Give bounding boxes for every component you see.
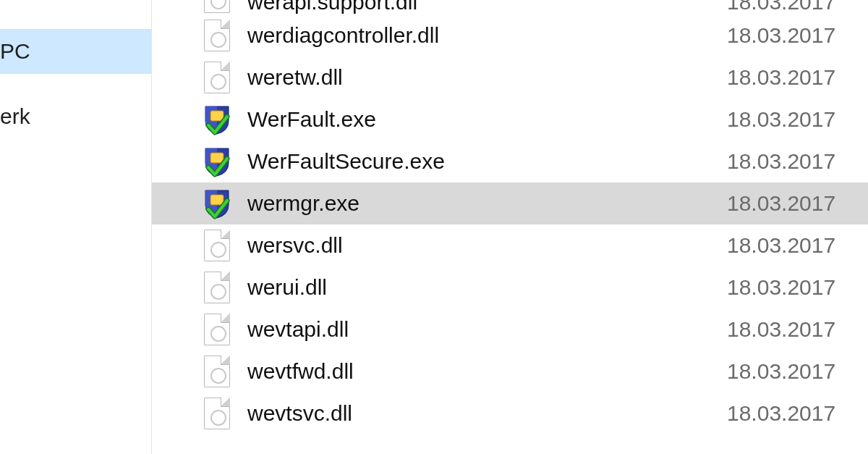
file-name: wevtapi.dll [247, 317, 727, 342]
file-name: weretw.dll [247, 65, 727, 90]
file-date: 18.03.2017 [727, 233, 868, 258]
file-row[interactable]: wevtfwd.dll18.03.2017 [203, 350, 868, 392]
file-list: werapi.support.dll18.03.2017 werdiagcont… [152, 0, 868, 454]
file-row[interactable]: wevtsvc.dll18.03.2017 [203, 392, 868, 434]
file-date: 18.03.2017 [727, 275, 868, 300]
file-row[interactable]: WerFault.exe18.03.2017 [203, 98, 868, 140]
svg-rect-2 [210, 195, 224, 205]
dll-file-icon [203, 60, 231, 95]
file-row[interactable]: WerFaultSecure.exe18.03.2017 [203, 140, 868, 182]
file-row[interactable]: wevtapi.dll18.03.2017 [203, 308, 868, 350]
file-name: wersvc.dll [247, 233, 727, 258]
file-name: werdiagcontroller.dll [247, 23, 727, 48]
explorer-window: PC erk werapi.support.dll18.03.2017 werd… [0, 0, 868, 454]
file-name: WerFaultSecure.exe [247, 149, 727, 174]
dll-file-icon [203, 228, 231, 263]
file-row[interactable]: werdiagcontroller.dll18.03.2017 [203, 14, 868, 56]
file-name: WerFault.exe [247, 107, 727, 132]
file-name: wevtsvc.dll [247, 401, 727, 426]
file-date: 18.03.2017 [727, 149, 868, 174]
dll-file-icon [203, 0, 231, 14]
sidebar-item-label: PC [0, 39, 30, 64]
file-date: 18.03.2017 [727, 191, 868, 216]
exe-file-icon [203, 144, 231, 179]
file-row[interactable]: weretw.dll18.03.2017 [203, 56, 868, 98]
navigation-pane: PC erk [0, 0, 152, 454]
dll-file-icon [203, 396, 231, 431]
exe-file-icon [203, 102, 231, 137]
sidebar-item-network[interactable]: erk [0, 94, 151, 139]
dll-file-icon [203, 354, 231, 389]
file-row[interactable]: wersvc.dll18.03.2017 [203, 224, 868, 266]
file-name: werapi.support.dll [247, 0, 727, 14]
sidebar-item-this-pc[interactable]: PC [0, 29, 151, 74]
file-name: werui.dll [247, 275, 727, 300]
file-date: 18.03.2017 [727, 23, 868, 48]
file-name: wevtfwd.dll [247, 359, 727, 384]
svg-rect-0 [210, 111, 224, 121]
file-date: 18.03.2017 [727, 359, 868, 384]
file-name: wermgr.exe [247, 191, 727, 216]
exe-file-icon [203, 186, 231, 221]
file-date: 18.03.2017 [727, 401, 868, 426]
file-date: 18.03.2017 [727, 0, 868, 14]
file-row[interactable]: wermgr.exe18.03.2017 [152, 182, 868, 224]
dll-file-icon [203, 270, 231, 305]
file-row[interactable]: werapi.support.dll18.03.2017 [203, 0, 868, 14]
file-date: 18.03.2017 [727, 317, 868, 342]
dll-file-icon [203, 18, 231, 53]
file-date: 18.03.2017 [727, 107, 868, 132]
file-date: 18.03.2017 [727, 65, 868, 90]
sidebar-item-label: erk [0, 104, 30, 129]
file-row[interactable]: werui.dll18.03.2017 [203, 266, 868, 308]
svg-rect-1 [210, 153, 224, 163]
dll-file-icon [203, 312, 231, 347]
